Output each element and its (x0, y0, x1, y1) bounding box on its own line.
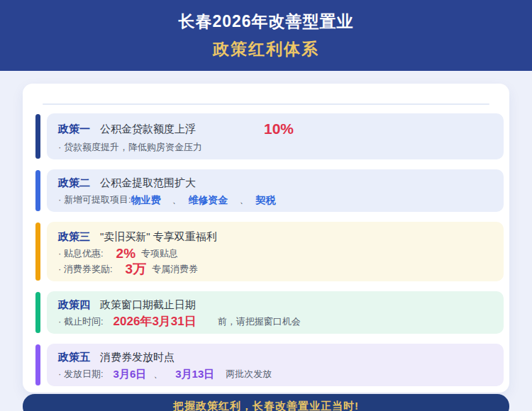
policy-row-4: 政策四 政策窗口期截止日期 · 截止时间: 2026年3月31日 前，请把握窗口… (35, 291, 504, 334)
policy-panel: 政策一 公积金贷款额度上浮 10% · 贷款额度提升，降低购房资金压力 政策二 … (23, 84, 509, 393)
policy1-badge: 政策一 (58, 123, 90, 136)
policy1-card: 政策一 公积金贷款额度上浮 10% · 贷款额度提升，降低购房资金压力 (47, 113, 504, 159)
policy3-subsidy-value: 2% (116, 247, 135, 260)
policy1-title: 公积金贷款额度上浮 (100, 123, 196, 136)
policy5-accent-bar (35, 344, 40, 385)
policy2-tag-weixiuzijin: 维修资金 (189, 193, 228, 206)
policy5-dates-row: · 发放日期: 3月6日 、 3月13日 两批次发放 (58, 368, 492, 381)
policy5-dates-suffix: 两批次发放 (226, 368, 272, 381)
policy2-tag-wuyefei: 物业费 (131, 193, 161, 206)
policy5-date-1: 3月6日 (113, 368, 147, 381)
policy1-title-row: 政策一 公积金贷款额度上浮 10% (58, 120, 492, 137)
policy4-title: 政策窗口期截止日期 (100, 298, 196, 312)
policy3-voucher-value: 3万 (126, 263, 147, 276)
policy5-date-separator: 、 (153, 368, 162, 381)
policy3-row-subsidy: · 贴息优惠: 2% 专项贴息 (58, 247, 492, 260)
policy4-title-row: 政策四 政策窗口期截止日期 (58, 298, 492, 312)
policy2-desc-prefix: · 新增可提取项目: (58, 193, 131, 206)
policy2-title: 公积金提取范围扩大 (100, 176, 196, 190)
page-title: 长春2026年改善型置业 (178, 11, 353, 33)
policy5-card: 政策五 消费券发放时点 · 发放日期: 3月6日 、 3月13日 两批次发放 (47, 344, 504, 386)
banner-slogan: 把握政策红利，长春改善置业正当时! (173, 400, 359, 411)
policy-row-2: 政策二 公积金提取范围扩大 · 新增可提取项目: 物业费 、 维修资金 、 契税 (35, 169, 504, 212)
policy-row-3: 政策三 "卖旧买新" 专享双重福利 · 贴息优惠: 2% 专项贴息 · 消费券奖… (35, 222, 504, 281)
policy5-badge: 政策五 (58, 351, 90, 364)
policy2-accent-bar (35, 170, 40, 211)
policy5-date-2: 3月13日 (175, 368, 214, 381)
policy5-dates-label: · 发放日期: (58, 368, 104, 381)
policy5-title-row: 政策五 消费券发放时点 (58, 351, 492, 364)
header: 长春2026年改善型置业 政策红利体系 (0, 0, 532, 71)
top-divider (43, 103, 489, 105)
policy5-title: 消费券发放时点 (100, 351, 174, 364)
policy3-title-row: 政策三 "卖旧买新" 专享双重福利 (58, 230, 492, 244)
page-subtitle: 政策红利体系 (213, 38, 319, 60)
policy-row-5: 政策五 消费券发放时点 · 发放日期: 3月6日 、 3月13日 两批次发放 (35, 344, 504, 386)
policy4-deadline-suffix: 前，请把握窗口机会 (218, 315, 301, 328)
policy3-row-voucher: · 消费券奖励: 3万 专属消费券 (58, 263, 492, 276)
policy4-deadline-date: 2026年3月31日 (113, 315, 196, 328)
policy3-accent-bar (35, 223, 40, 281)
policy2-separator: 、 (172, 193, 182, 206)
policy4-deadline-row: · 截止时间: 2026年3月31日 前，请把握窗口机会 (58, 315, 492, 328)
policy3-card: 政策三 "卖旧买新" 专享双重福利 · 贴息优惠: 2% 专项贴息 · 消费券奖… (47, 222, 504, 281)
policy1-desc: · 贷款额度提升，降低购房资金压力 (58, 141, 492, 154)
policy3-badge: 政策三 (58, 230, 90, 244)
policy2-badge: 政策二 (58, 176, 90, 190)
policy2-card: 政策二 公积金提取范围扩大 · 新增可提取项目: 物业费 、 维修资金 、 契税 (47, 169, 504, 212)
policy4-card: 政策四 政策窗口期截止日期 · 截止时间: 2026年3月31日 前，请把握窗口… (47, 291, 504, 334)
policy4-badge: 政策四 (58, 298, 90, 312)
policy3-subsidy-suffix: 专项贴息 (141, 247, 178, 260)
policy2-desc: · 新增可提取项目: 物业费 、 维修资金 、 契税 (58, 193, 492, 206)
policy2-separator: 、 (240, 193, 249, 206)
bottom-banner: 把握政策红利，长春改善置业正当时! (23, 394, 509, 411)
policy3-voucher-suffix: 专属消费券 (152, 263, 198, 276)
policy2-tag-qishui: 契税 (256, 193, 276, 206)
policy3-voucher-label: · 消费券奖励: (58, 263, 113, 276)
policy-row-1: 政策一 公积金贷款额度上浮 10% · 贷款额度提升，降低购房资金压力 (35, 113, 504, 159)
policy4-deadline-label: · 截止时间: (58, 315, 104, 328)
policy2-title-row: 政策二 公积金提取范围扩大 (58, 176, 492, 190)
policy1-highlight-value: 10% (264, 120, 294, 137)
policy1-accent-bar (35, 114, 40, 159)
policy3-title: "卖旧买新" 专享双重福利 (100, 230, 217, 244)
policy3-subsidy-label: · 贴息优惠: (58, 247, 104, 260)
policy4-accent-bar (35, 292, 40, 333)
policy1-desc-text: · 贷款额度提升，降低购房资金压力 (58, 141, 202, 154)
